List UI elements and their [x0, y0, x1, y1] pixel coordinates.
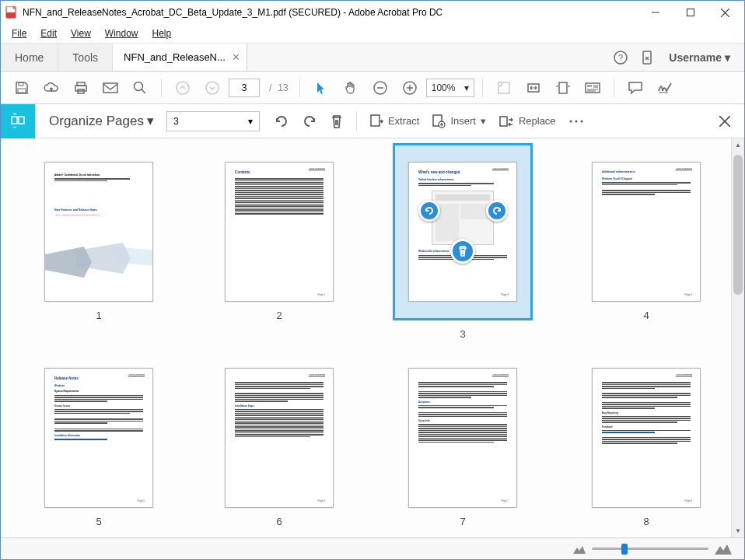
page-number: 1 [96, 310, 101, 321]
pdf-icon [5, 6, 18, 19]
menu-file[interactable]: File [5, 26, 33, 40]
menu-help[interactable]: Help [146, 26, 178, 40]
tab-home[interactable]: Home [1, 44, 58, 71]
rotate-ccw-icon[interactable] [268, 108, 296, 135]
slider-knob[interactable] [621, 544, 628, 555]
fit-width-icon[interactable] [520, 75, 547, 101]
search-icon[interactable] [127, 75, 153, 101]
page-thumbnail[interactable]: Adobe Confidential Release Notes Windows… [32, 368, 166, 527]
more-icon[interactable] [562, 108, 590, 135]
chevron-down-icon: ▾ [725, 51, 730, 64]
menu-view[interactable]: View [65, 26, 97, 40]
svg-text:?: ? [618, 53, 623, 62]
main-toolbar: / 13 100%▾ [1, 72, 744, 104]
svg-rect-36 [12, 117, 17, 124]
comment-icon[interactable] [622, 75, 649, 101]
zoom-out-thumb-icon[interactable] [573, 544, 586, 554]
page-thumbnail[interactable]: Adobe® Confidential. Do not redistribute… [32, 162, 166, 340]
delete-overlay-icon[interactable] [450, 239, 475, 264]
organize-title[interactable]: Organize Pages▾ [35, 113, 166, 129]
scroll-up-icon[interactable]: ▲ [732, 138, 744, 152]
page-total: 13 [278, 82, 291, 93]
notifications-icon[interactable] [636, 47, 658, 68]
page-number: 3 [460, 328, 465, 340]
svg-rect-38 [371, 115, 379, 126]
rotate-cw-icon[interactable] [296, 108, 324, 135]
tab-bar: Home Tools NFN_and_ReleaseN... ✕ ? Usern… [1, 44, 744, 72]
zoom-out-icon[interactable] [367, 75, 393, 101]
chevron-down-icon: ▾ [248, 116, 253, 127]
tab-close-icon[interactable]: ✕ [232, 51, 240, 63]
page-thumbnail-selected[interactable]: Adobe Confidential What's new and change… [393, 162, 533, 340]
svg-point-17 [135, 82, 143, 90]
svg-point-45 [575, 120, 577, 122]
selection-tool-icon[interactable] [308, 75, 334, 101]
window-controls [638, 2, 743, 23]
organize-pages-icon[interactable] [1, 104, 35, 138]
help-icon[interactable]: ? [610, 47, 631, 68]
page-thumbnail[interactable]: Adobe Confidential Activation Setup Info… [393, 368, 533, 527]
zoom-in-thumb-icon[interactable] [715, 544, 732, 555]
scroll-handle[interactable] [733, 155, 743, 295]
vertical-scrollbar[interactable]: ▲ ▼ [731, 138, 744, 537]
page-number: 7 [460, 516, 465, 527]
svg-rect-16 [103, 83, 117, 93]
delete-icon[interactable] [324, 108, 350, 135]
print-icon[interactable] [68, 75, 94, 101]
svg-point-46 [580, 120, 582, 122]
svg-rect-14 [75, 86, 86, 91]
page-thumbnail[interactable]: Adobe Confidential Installation Steps Pa… [212, 368, 346, 527]
page-number-input[interactable] [229, 79, 260, 97]
menu-window[interactable]: Window [99, 26, 145, 40]
chevron-down-icon: ▾ [147, 113, 154, 129]
thumbnail-area: Adobe® Confidential. Do not redistribute… [1, 138, 744, 537]
zoom-dropdown[interactable]: 100%▾ [426, 79, 475, 97]
svg-rect-37 [19, 117, 24, 124]
rotate-cw-overlay-icon[interactable] [486, 200, 508, 222]
sign-icon[interactable] [652, 75, 678, 101]
page-down-icon[interactable] [199, 75, 226, 101]
svg-point-19 [177, 82, 189, 94]
chevron-down-icon: ▾ [464, 82, 469, 93]
svg-line-18 [142, 89, 145, 93]
status-bar [1, 537, 744, 559]
zoom-in-icon[interactable] [397, 75, 423, 101]
fit-height-icon[interactable] [550, 75, 576, 101]
page-up-icon[interactable] [170, 75, 196, 101]
insert-button[interactable]: Insert▾ [425, 108, 492, 135]
extract-button[interactable]: Extract [363, 108, 425, 135]
svg-rect-3 [687, 9, 694, 16]
menu-edit[interactable]: Edit [34, 26, 63, 40]
replace-button[interactable]: Replace [492, 108, 562, 135]
fit-page-icon[interactable] [491, 75, 517, 101]
user-menu[interactable]: Username▾ [663, 51, 736, 64]
page-number: 4 [643, 310, 649, 321]
maximize-button[interactable] [673, 2, 708, 23]
chevron-down-icon: ▾ [481, 115, 486, 127]
email-icon[interactable] [97, 75, 124, 101]
page-number: 8 [643, 516, 649, 527]
tab-tools[interactable]: Tools [58, 44, 113, 71]
thumbnail-zoom-slider[interactable] [592, 548, 708, 550]
close-button[interactable] [708, 2, 743, 23]
title-bar: NFN_and_ReleaseNotes_Acrobat_DC_Beta_Upd… [1, 1, 744, 24]
page-sep: / [263, 82, 275, 93]
page-select-dropdown[interactable]: 3▾ [166, 111, 260, 131]
hand-tool-icon[interactable] [338, 75, 364, 101]
rotate-ccw-overlay-icon[interactable] [418, 200, 440, 222]
svg-point-44 [569, 120, 572, 122]
svg-rect-1 [6, 12, 16, 18]
tab-document[interactable]: NFN_and_ReleaseN... ✕ [113, 44, 247, 71]
svg-point-20 [206, 82, 219, 94]
page-thumbnail[interactable]: Adobe Confidential Contents Page 2 2 [212, 162, 346, 340]
close-panel-icon[interactable] [712, 116, 738, 127]
tab-document-label: NFN_and_ReleaseN... [124, 51, 226, 63]
cloud-icon[interactable] [38, 75, 65, 101]
minimize-button[interactable] [638, 2, 673, 23]
scroll-down-icon[interactable]: ▼ [732, 524, 744, 537]
page-thumbnail[interactable]: Adobe Confidential Additional enhancemen… [579, 162, 713, 340]
svg-rect-28 [559, 82, 567, 93]
read-mode-icon[interactable] [579, 75, 606, 101]
page-thumbnail[interactable]: Adobe Confidential Bug Reporting Feedbac… [579, 368, 713, 527]
save-icon[interactable] [9, 75, 35, 101]
